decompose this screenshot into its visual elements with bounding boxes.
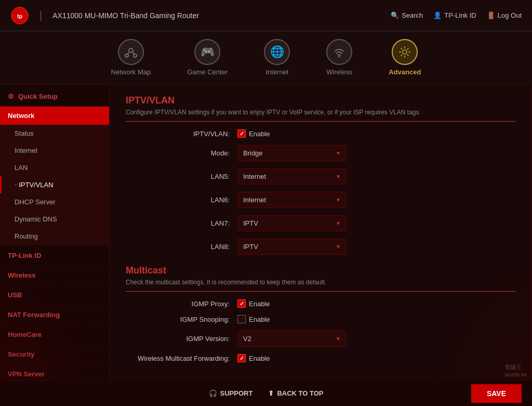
sidebar-header-quick-setup[interactable]: ⚙ Quick Setup: [0, 87, 109, 106]
gear-icon: ⚙: [8, 93, 14, 100]
form-row-wireless-multicast: Wireless Multicast Forwarding: ✓ Enable: [126, 354, 515, 362]
sidebar-header-homecare[interactable]: HomeCare: [0, 325, 109, 344]
sidebar-section-tplink-id: TP-Link ID: [0, 246, 109, 265]
support-button[interactable]: 🎧 SUPPORT: [209, 389, 253, 397]
label-lan8: LAN8:: [136, 243, 230, 251]
iptv-enable-label: Enable: [249, 130, 270, 138]
sidebar-sub-network: Status Internet LAN IPTV/VLAN DHCP Serve…: [0, 125, 109, 245]
sidebar-item-routing[interactable]: Routing: [0, 228, 109, 245]
igmp-proxy-checkbox[interactable]: ✓: [237, 299, 246, 308]
form-row-igmp-snooping: IGMP Snooping: Enable: [126, 315, 515, 323]
label-igmp-proxy: IGMP Proxy:: [136, 300, 230, 308]
igmp-version-value: V2: [243, 335, 251, 343]
search-button[interactable]: 🔍 Search: [391, 11, 423, 19]
nav-label-network-map: Network Map: [111, 68, 151, 76]
sidebar-section-wireless: Wireless: [0, 266, 109, 284]
game-center-icon-circle: 🎮: [194, 39, 220, 65]
lan5-select[interactable]: Internet ▼: [237, 168, 347, 185]
lan6-value: Internet: [243, 196, 266, 204]
igmp-version-select[interactable]: V2 ▼: [237, 331, 347, 347]
nav-item-internet[interactable]: 🌐 Internet: [256, 36, 298, 78]
mode-select[interactable]: Bridge ▼: [237, 145, 347, 161]
form-row-lan5: LAN5: Internet ▼: [126, 168, 515, 185]
nav-item-wireless[interactable]: Wireless: [318, 36, 360, 78]
igmp-snooping-checkbox[interactable]: [237, 315, 246, 323]
label-igmp-version: IGMP Version:: [136, 335, 230, 343]
iptv-enable-checkbox[interactable]: ✓: [237, 129, 246, 138]
section-title-iptv: IPTV/VLAN: [126, 95, 515, 106]
nav-label-wireless: Wireless: [326, 68, 352, 76]
nav-bar: Network Map 🎮 Game Center 🌐 Internet Wir…: [0, 31, 532, 85]
lan8-select[interactable]: IPTV ▼: [237, 239, 347, 255]
back-to-top-button[interactable]: ⬆ BACK TO TOP: [268, 389, 323, 397]
section-desc-iptv: Configure IPTV/VLAN settings if you want…: [126, 109, 515, 122]
igmp-version-control: V2 ▼: [237, 331, 347, 347]
lan8-control: IPTV ▼: [237, 239, 347, 255]
tplink-id-button[interactable]: 👤 TP-Link ID: [433, 11, 476, 19]
lan7-control: IPTV ▼: [237, 215, 347, 231]
sidebar-header-security[interactable]: Security: [0, 345, 109, 363]
header-actions: 🔍 Search 👤 TP-Link ID 🚪 Log Out: [391, 11, 522, 19]
svg-line-5: [128, 52, 129, 54]
advanced-icon-circle: [392, 39, 418, 65]
label-lan6: LAN6:: [136, 196, 230, 204]
wireless-multicast-checkbox[interactable]: ✓: [237, 354, 246, 362]
bottom-bar: 🎧 SUPPORT ⬆ BACK TO TOP SAVE: [0, 380, 532, 406]
watermark: 電腦王pcadv.tw: [504, 363, 527, 377]
lan7-value: IPTV: [243, 219, 258, 227]
sidebar-header-nat-forwarding[interactable]: NAT Forwarding: [0, 305, 109, 324]
igmp-snooping-label: Enable: [249, 316, 270, 323]
sidebar-item-iptv-vlan[interactable]: IPTV/VLAN: [0, 176, 109, 193]
sidebar-header-tplink-id[interactable]: TP-Link ID: [0, 246, 109, 265]
nav-item-game-center[interactable]: 🎮 Game Center: [179, 36, 235, 78]
lan6-select[interactable]: Internet ▼: [237, 192, 347, 208]
sidebar-header-wireless[interactable]: Wireless: [0, 266, 109, 284]
nav-item-advanced[interactable]: Advanced: [381, 36, 429, 78]
form-row-iptv-enable: IPTV/VLAN: ✓ Enable: [126, 129, 515, 138]
sidebar-section-security: Security: [0, 345, 109, 363]
main-layout: ⚙ Quick Setup Network Status Internet LA…: [0, 85, 532, 392]
form-row-lan8: LAN8: IPTV ▼: [126, 239, 515, 255]
logout-button[interactable]: 🚪 Log Out: [487, 11, 522, 19]
sidebar-item-internet[interactable]: Internet: [0, 142, 109, 159]
lan6-control: Internet ▼: [237, 192, 347, 208]
section-desc-multicast: Check the multicast settings. It is reco…: [126, 279, 515, 292]
igmp-proxy-control: ✓ Enable: [237, 299, 270, 308]
device-title: AX11000 MU-MIMO Tri-Band Gaming Router: [52, 11, 199, 20]
check-icon: ✓: [240, 130, 244, 137]
svg-point-3: [125, 54, 128, 57]
chevron-down-icon-igmp: ▼: [336, 336, 341, 342]
sidebar-item-dynamic-dns[interactable]: Dynamic DNS: [0, 211, 109, 228]
mode-control: Bridge ▼: [237, 145, 347, 161]
lan8-value: IPTV: [243, 243, 258, 251]
internet-icon-circle: 🌐: [264, 39, 290, 65]
form-row-igmp-version: IGMP Version: V2 ▼: [126, 331, 515, 347]
wireless-multicast-control: ✓ Enable: [237, 354, 270, 362]
section-title-multicast: Multicast: [126, 265, 515, 276]
header: tp | AX11000 MU-MIMO Tri-Band Gaming Rou…: [0, 0, 532, 31]
chevron-down-icon-lan8: ▼: [336, 244, 341, 250]
sidebar-item-lan[interactable]: LAN: [0, 159, 109, 176]
wireless-icon-circle: [326, 39, 352, 65]
sidebar-section-usb: USB: [0, 285, 109, 304]
wireless-multicast-label: Enable: [249, 355, 270, 362]
sidebar-header-network[interactable]: Network: [0, 107, 109, 125]
logout-icon: 🚪: [487, 11, 495, 19]
svg-point-2: [129, 48, 133, 53]
svg-point-7: [339, 56, 340, 58]
sidebar-header-usb[interactable]: USB: [0, 285, 109, 304]
mode-value: Bridge: [243, 149, 263, 157]
form-row-lan6: LAN6: Internet ▼: [126, 192, 515, 208]
svg-line-6: [133, 52, 134, 54]
sidebar-item-dhcp-server[interactable]: DHCP Server: [0, 193, 109, 211]
label-iptv-enable: IPTV/VLAN:: [136, 130, 230, 138]
content-area: IPTV/VLAN Configure IPTV/VLAN settings i…: [109, 85, 532, 392]
sidebar-section-homecare: HomeCare: [0, 325, 109, 344]
lan7-select[interactable]: IPTV ▼: [237, 215, 347, 231]
sidebar-item-status[interactable]: Status: [0, 125, 109, 142]
iptv-vlan-section: IPTV/VLAN Configure IPTV/VLAN settings i…: [126, 95, 515, 255]
nav-item-network-map[interactable]: Network Map: [103, 36, 159, 78]
label-mode: Mode:: [136, 149, 230, 157]
save-button[interactable]: SAVE: [471, 384, 522, 403]
form-row-igmp-proxy: IGMP Proxy: ✓ Enable: [126, 299, 515, 308]
